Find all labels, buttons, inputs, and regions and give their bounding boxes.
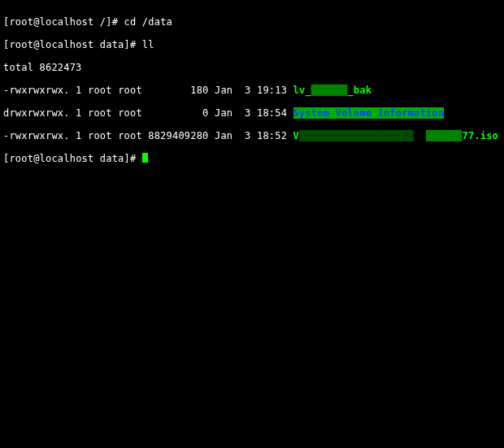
- list-item: -rwxrwxrwx. 1 root root 8829409280 Jan 3…: [3, 130, 501, 141]
- list-item: drwxrwxrwx. 1 root root 0 Jan 3 18:54 Sy…: [3, 107, 501, 119]
- command-cd: cd /data: [124, 16, 172, 28]
- dir-name: System Volume Information: [293, 107, 445, 119]
- cursor[interactable]: [142, 153, 148, 163]
- file-name: V███████████████████ ██████77.iso: [293, 130, 499, 141]
- file-name: lv_██████_bak: [293, 85, 372, 96]
- prompt-line-2: [root@localhost data]# ll: [3, 39, 501, 50]
- prompt-line-3: [root@localhost data]#: [3, 153, 501, 164]
- redacted-segment: ██████: [426, 130, 463, 141]
- redacted-segment: ██████: [311, 85, 348, 96]
- list-item: -rwxrwxrwx. 1 root root 180 Jan 3 19:13 …: [3, 85, 501, 96]
- ll-total: total 8622473: [3, 62, 501, 73]
- prompt-line-1: [root@localhost /]# cd /data: [3, 16, 501, 28]
- terminal[interactable]: [root@localhost /]# cd /data [root@local…: [0, 0, 504, 181]
- command-ll: ll: [142, 39, 154, 50]
- redacted-segment: ███████████████████: [299, 130, 414, 141]
